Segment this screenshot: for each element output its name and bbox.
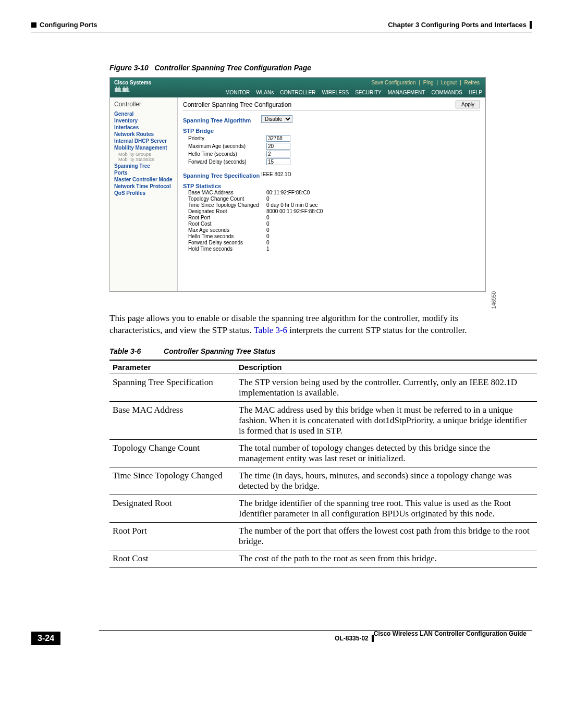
table-row: Topology Change CountThe total number of… <box>109 439 537 467</box>
sidebar-heading: Controller <box>114 101 173 108</box>
cell-description: The cost of the path to the root as seen… <box>236 550 537 567</box>
stat-value: 00:11:92:FF:88:C0 <box>266 190 310 195</box>
sidebar-item-spanning-tree[interactable]: Spanning Tree <box>114 163 173 169</box>
menu-commands[interactable]: COMMANDS <box>431 90 462 95</box>
sidebar-item-general[interactable]: General <box>114 111 173 117</box>
cell-description: The MAC address used by this bridge when… <box>236 401 537 439</box>
image-id: 146950 <box>491 291 497 309</box>
stat-row: Forward Delay seconds0 <box>183 240 480 245</box>
stat-value: 0 day 0 hr 0 min 0 sec <box>266 202 317 208</box>
brand-logo: Cisco Systems ılıılı. ılıılı. <box>110 78 173 97</box>
cell-parameter: Time Since Topology Changed <box>109 467 236 495</box>
menu-controller[interactable]: CONTROLLER <box>280 90 315 95</box>
spec-value: IEEE 802.1D <box>261 171 291 177</box>
cell-description: The time (in days, hours, minutes, and s… <box>236 467 537 495</box>
figure-label: Figure 3-10 <box>109 64 149 72</box>
sidebar-item-network-routes[interactable]: Network Routes <box>114 131 173 137</box>
stat-value: 0 <box>266 240 270 245</box>
controller-screenshot: Cisco Systems ılıılı. ılıılı. Save Confi… <box>109 77 486 292</box>
table-title: Controller Spanning Tree Status <box>164 347 275 355</box>
stat-value: 8000 00:11:92:FF:88:C0 <box>266 208 323 214</box>
stat-label: Root Cost <box>183 221 266 227</box>
sidebar-item-master-controller[interactable]: Master Controller Mode <box>114 177 173 182</box>
sidebar-item-ntp[interactable]: Network Time Protocol <box>114 183 173 189</box>
cell-parameter: Root Cost <box>109 550 236 567</box>
menu-management[interactable]: MANAGEMENT <box>388 90 425 95</box>
stat-value: 1 <box>266 246 270 252</box>
sidebar-item-interfaces[interactable]: Interfaces <box>114 125 173 130</box>
sidebar-item-dhcp[interactable]: Internal DHCP Server <box>114 138 173 144</box>
stat-row: Root Cost0 <box>183 221 480 227</box>
stat-row: Time Since Topology Changed0 day 0 hr 0 … <box>183 202 480 208</box>
maxage-label: Maximum Age (seconds) <box>183 143 266 149</box>
fwd-label: Forward Delay (seconds) <box>183 159 266 165</box>
menu-help[interactable]: HELP <box>469 90 482 95</box>
stat-row: Topology Change Count0 <box>183 196 480 202</box>
stat-row: Hello Time seconds0 <box>183 233 480 239</box>
hello-input[interactable] <box>266 151 290 157</box>
hello-label: Hello Time (seconds) <box>183 151 266 157</box>
table-row: Root PortThe number of the port that off… <box>109 522 537 550</box>
stat-value: 0 <box>266 221 270 227</box>
spec-label: Spanning Tree Specification <box>183 172 261 179</box>
sidebar-item-ports[interactable]: Ports <box>114 170 173 176</box>
sidebar-sub-mobility-groups[interactable]: Mobility Groups <box>118 152 173 157</box>
stat-label: Hold Time seconds <box>183 246 266 252</box>
bridge-label: STP Bridge <box>183 128 214 134</box>
col-description: Description <box>236 360 537 374</box>
stat-label: Root Port <box>183 215 266 220</box>
cell-description: The STP version being used by the contro… <box>236 374 537 401</box>
stat-row: Root Port0 <box>183 215 480 220</box>
fwd-input[interactable] <box>266 158 290 165</box>
cell-description: The total number of topology changes det… <box>236 439 537 467</box>
logout-link[interactable]: Logout <box>441 80 457 85</box>
alg-label: Spanning Tree Algorithm <box>183 117 261 124</box>
table-row: Root CostThe cost of the path to the roo… <box>109 550 537 567</box>
menu-wireless[interactable]: WIRELESS <box>322 90 349 95</box>
section-header: Configuring Ports <box>40 21 97 29</box>
chapter-header: Chapter 3 Configuring Ports and Interfac… <box>388 21 527 29</box>
sidebar-item-qos[interactable]: QoS Profiles <box>114 190 173 196</box>
stat-label: Base MAC Address <box>183 190 266 195</box>
table-crossref-link[interactable]: Table 3-6 <box>254 325 287 335</box>
cell-description: The number of the port that offers the l… <box>236 522 537 550</box>
stat-row: Max Age seconds0 <box>183 227 480 233</box>
cell-parameter: Root Port <box>109 522 236 550</box>
menu-wlans[interactable]: WLANs <box>256 90 274 95</box>
stats-label: STP Statistics <box>183 183 221 189</box>
save-config-link[interactable]: Save Configuration <box>371 80 415 85</box>
stat-label: Hello Time seconds <box>183 233 266 239</box>
body-text-2: interprets the current STP status for th… <box>287 325 467 335</box>
stat-label: Designated Root <box>183 208 266 214</box>
page-title: Controller Spanning Tree Configuration <box>183 101 291 108</box>
menu-security[interactable]: SECURITY <box>355 90 382 95</box>
cell-parameter: Topology Change Count <box>109 439 236 467</box>
priority-label: Priority <box>183 135 266 141</box>
stat-value: 0 <box>266 215 270 220</box>
menu-monitor[interactable]: MONITOR <box>225 90 250 95</box>
apply-button[interactable]: Apply <box>456 101 480 108</box>
stat-value: 0 <box>266 233 270 239</box>
stat-label: Time Since Topology Changed <box>183 202 266 208</box>
spec-table: Parameter Description Spanning Tree Spec… <box>109 360 537 567</box>
stat-row: Hold Time seconds1 <box>183 246 480 252</box>
stat-label: Max Age seconds <box>183 227 266 233</box>
table-number: Table 3-6 <box>109 347 141 355</box>
sidebar-sub-mobility-stats[interactable]: Mobility Statistics <box>118 157 173 162</box>
footer-guide: Cisco Wireless LAN Controller Configurat… <box>374 630 527 637</box>
table-row: Spanning Tree SpecificationThe STP versi… <box>109 374 537 401</box>
stat-row: Designated Root8000 00:11:92:FF:88:C0 <box>183 208 480 214</box>
cell-parameter: Spanning Tree Specification <box>109 374 236 401</box>
sidebar-item-inventory[interactable]: Inventory <box>114 118 173 124</box>
wave-icon: ılıılı. ılıılı. <box>114 85 129 94</box>
sidebar: Controller General Inventory Interfaces … <box>110 97 178 291</box>
ping-link[interactable]: Ping <box>423 80 434 85</box>
maxage-input[interactable] <box>266 143 290 150</box>
table-row: Designated RootThe bridge identifier of … <box>109 495 537 522</box>
alg-select[interactable]: Disable <box>261 115 292 123</box>
table-row: Base MAC AddressThe MAC address used by … <box>109 401 537 439</box>
refresh-link[interactable]: Refres <box>464 80 480 85</box>
sidebar-item-mobility[interactable]: Mobility Management <box>114 145 173 151</box>
cell-description: The bridge identifier of the spanning tr… <box>236 495 537 522</box>
priority-input[interactable] <box>266 135 290 142</box>
